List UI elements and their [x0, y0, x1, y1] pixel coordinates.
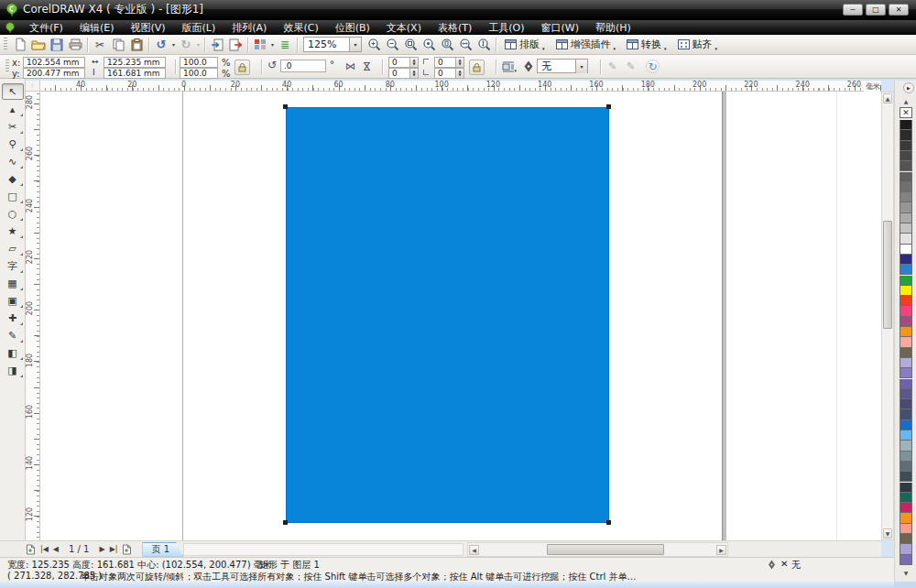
convert-to-curves-button[interactable]: ✎ — [605, 59, 620, 74]
corner-lock-button[interactable] — [469, 60, 485, 75]
basic-shapes-tool[interactable]: ▱ — [2, 240, 24, 256]
open-document-button[interactable] — [29, 36, 48, 53]
zoom-in-button[interactable] — [365, 36, 383, 53]
menu-item[interactable]: 视图(V) — [122, 21, 173, 35]
shape-tool[interactable]: ▴ — [2, 101, 24, 117]
color-swatch[interactable] — [900, 130, 912, 140]
drawn-rectangle[interactable] — [286, 107, 609, 523]
zoom-tool[interactable]: ⚲ — [2, 136, 24, 152]
color-swatch[interactable] — [900, 245, 912, 255]
drawing-canvas[interactable] — [40, 92, 881, 540]
corner-tr-spinner[interactable]: ▲▼ — [456, 57, 464, 68]
x-position-field[interactable]: 102.554 mm — [23, 57, 85, 68]
eyedropper-tool[interactable]: ✚ — [2, 310, 24, 326]
v-ruler[interactable]: 280260240220200180160140120 — [26, 92, 40, 540]
undo-button[interactable]: ↺ — [152, 36, 170, 53]
color-swatch[interactable] — [900, 234, 912, 244]
page-tab[interactable]: 页 1 — [142, 542, 183, 557]
outline-width-dropdown[interactable]: ▾ — [575, 60, 587, 73]
first-page-button[interactable]: |◀ — [40, 546, 49, 553]
zoom-to-page-button[interactable] — [438, 36, 456, 53]
redo-button[interactable]: ↻ — [177, 36, 195, 53]
scroll-down-button[interactable]: ▼ — [883, 528, 892, 539]
color-swatch[interactable] — [900, 172, 912, 182]
color-swatch[interactable] — [900, 544, 912, 554]
next-page-button[interactable]: ▶ — [99, 546, 104, 553]
corner-radius-bl-field[interactable]: 0 — [388, 68, 410, 79]
add-page-icon[interactable] — [26, 544, 36, 555]
menu-item[interactable]: 文本(X) — [378, 21, 430, 35]
color-swatch[interactable] — [900, 379, 912, 389]
snap-toolbar-button[interactable]: 贴齐 ▾ — [672, 36, 724, 53]
zoom-level-combo[interactable]: 125% ▾ — [303, 37, 362, 52]
color-swatch[interactable] — [900, 276, 912, 286]
palette-scroll-up[interactable]: ▲ — [900, 96, 912, 105]
color-swatch[interactable] — [900, 503, 912, 513]
menu-item[interactable]: 排列(A) — [224, 21, 275, 35]
zoom-selected-button[interactable] — [401, 36, 420, 53]
color-swatch[interactable] — [900, 430, 912, 441]
menu-item[interactable]: 表格(T) — [430, 21, 480, 35]
y-position-field[interactable]: 200.477 mm — [23, 68, 85, 79]
color-swatch[interactable] — [900, 462, 912, 472]
color-swatch[interactable] — [900, 348, 912, 358]
color-swatch[interactable] — [900, 255, 912, 265]
redo-dropdown[interactable]: ▾ — [195, 41, 202, 48]
color-swatch[interactable] — [900, 327, 912, 337]
previous-page-button[interactable]: ◀ — [53, 546, 59, 553]
scroll-left-button[interactable]: ◀ — [469, 545, 479, 555]
color-swatch[interactable] — [900, 151, 912, 161]
close-button[interactable]: ✕ — [889, 4, 909, 16]
object-height-field[interactable]: 161.681 mm — [104, 68, 166, 79]
color-swatch[interactable] — [900, 493, 912, 503]
convert-toolbar-button[interactable]: 转换 ▾ — [621, 36, 672, 53]
paste-button[interactable] — [127, 36, 146, 53]
palette-scroll-down[interactable]: ▼ — [900, 568, 912, 577]
menu-item[interactable]: 工具(O) — [480, 21, 532, 35]
cut-button[interactable]: ✂ — [91, 36, 109, 53]
scale-v-field[interactable]: 100.0 — [180, 68, 218, 79]
vertical-scrollbar[interactable]: ▲ ▼ — [881, 92, 894, 540]
mirror-vertical-button[interactable]: ⋈ — [359, 59, 375, 74]
corner-tl-spinner[interactable]: ▲▼ — [410, 57, 419, 68]
color-swatch[interactable] — [900, 161, 912, 171]
crop-tool[interactable]: ✂ — [2, 118, 24, 135]
zoom-page-height-button[interactable] — [474, 36, 493, 53]
outline-pen-tool[interactable]: ✎ — [2, 327, 24, 343]
color-swatch[interactable] — [900, 182, 912, 192]
palette-flyout-button[interactable]: ▶ — [903, 82, 914, 93]
color-swatch[interactable] — [900, 223, 912, 234]
print-button[interactable] — [66, 36, 84, 53]
color-swatch[interactable] — [900, 337, 912, 347]
last-page-button[interactable]: ▶| — [110, 546, 118, 553]
new-document-button[interactable] — [11, 36, 29, 53]
color-swatch[interactable] — [900, 120, 912, 130]
smart-fill-tool[interactable]: ◆ — [2, 170, 24, 187]
wrap-text-button[interactable]: ▾ — [500, 59, 516, 74]
selection-handle-tl[interactable] — [283, 104, 288, 109]
color-swatch[interactable] — [900, 192, 912, 202]
color-swatch[interactable] — [900, 306, 912, 316]
zoom-combo-dropdown[interactable]: ▾ — [349, 38, 361, 51]
zoom-page-width-button[interactable] — [456, 36, 474, 53]
color-swatch[interactable] — [900, 483, 912, 493]
color-swatch[interactable] — [900, 202, 912, 212]
scroll-up-button[interactable]: ▲ — [883, 93, 892, 103]
selection-handle-bl[interactable] — [283, 520, 288, 525]
undo-dropdown[interactable]: ▾ — [170, 41, 177, 48]
fill-tool[interactable]: ◧ — [2, 344, 24, 361]
launcher-dropdown[interactable]: ▾ — [269, 41, 276, 48]
color-swatch[interactable] — [900, 296, 912, 306]
selection-handle-br[interactable] — [606, 520, 611, 525]
menu-item[interactable]: 版面(L) — [174, 21, 224, 35]
scroll-right-button[interactable]: ▶ — [716, 545, 726, 555]
toolbar-grip[interactable] — [4, 38, 7, 51]
ruler-origin-corner[interactable]: ⁘ — [26, 81, 40, 92]
corner-bl-spinner[interactable]: ▲▼ — [410, 68, 419, 79]
color-swatch[interactable] — [900, 472, 912, 482]
color-swatch[interactable] — [900, 286, 912, 296]
scale-h-field[interactable]: 100.0 — [180, 57, 218, 68]
object-width-field[interactable]: 125.235 mm — [104, 57, 166, 68]
color-swatch[interactable] — [900, 141, 912, 151]
corner-radius-tr-field[interactable]: 0 — [434, 57, 456, 68]
